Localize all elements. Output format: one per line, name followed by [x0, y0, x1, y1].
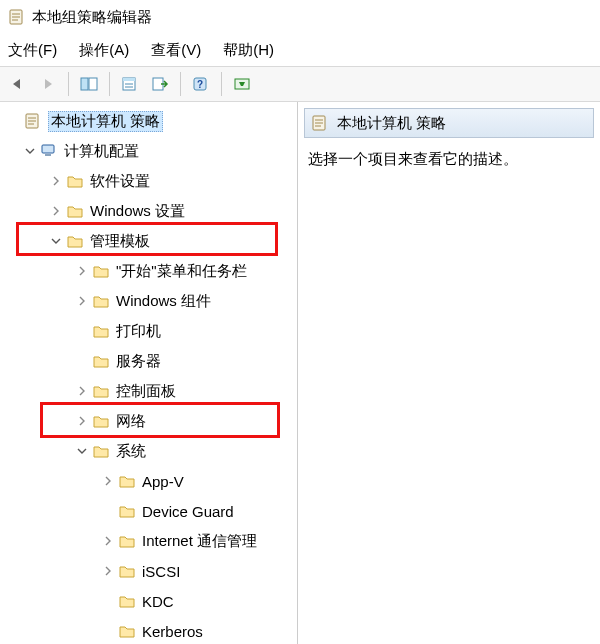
tree-start-taskbar[interactable]: "开始"菜单和任务栏: [4, 256, 295, 286]
expander-icon: [6, 113, 22, 129]
details-header-label: 本地计算机 策略: [337, 114, 446, 133]
tree-software-settings-label: 软件设置: [90, 172, 150, 191]
help-button[interactable]: ?: [187, 70, 215, 98]
expander-none: [74, 323, 90, 339]
tree-network-label: 网络: [116, 412, 146, 431]
expander-none: [100, 623, 116, 639]
chevron-right-icon[interactable]: [74, 413, 90, 429]
chevron-right-icon[interactable]: [100, 563, 116, 579]
computer-icon: [40, 142, 58, 160]
forward-button[interactable]: [34, 70, 62, 98]
export-list-button[interactable]: [146, 70, 174, 98]
tree-inet-comm-label: Internet 通信管理: [142, 532, 257, 551]
toolbar-sep-2: [109, 72, 110, 96]
filter-button[interactable]: [228, 70, 256, 98]
tree-windows-settings[interactable]: Windows 设置: [4, 196, 295, 226]
details-header: 本地计算机 策略: [304, 108, 594, 138]
tree-servers-label: 服务器: [116, 352, 161, 371]
tree-kdc[interactable]: KDC: [4, 586, 295, 616]
show-hide-tree-button[interactable]: [75, 70, 103, 98]
details-body: 选择一个项目来查看它的描述。: [298, 144, 600, 175]
folder-icon: [92, 382, 110, 400]
tree-admin-templates[interactable]: 管理模板: [4, 226, 295, 256]
tree-kerberos[interactable]: Kerberos: [4, 616, 295, 644]
back-button[interactable]: [4, 70, 32, 98]
tree-start-taskbar-label: "开始"菜单和任务栏: [116, 262, 247, 281]
tree-system[interactable]: 系统: [4, 436, 295, 466]
window-title: 本地组策略编辑器: [32, 8, 152, 27]
folder-icon: [92, 292, 110, 310]
policy-doc-icon: [311, 114, 329, 132]
chevron-right-icon[interactable]: [74, 263, 90, 279]
folder-icon: [92, 262, 110, 280]
tree-root[interactable]: 本地计算机 策略: [4, 106, 295, 136]
folder-icon: [66, 172, 84, 190]
toolbar-sep-1: [68, 72, 69, 96]
policy-doc-icon: [24, 112, 42, 130]
chevron-right-icon[interactable]: [48, 173, 64, 189]
tree-root-label: 本地计算机 策略: [48, 111, 163, 132]
expander-none: [100, 593, 116, 609]
expander-none: [74, 353, 90, 369]
menu-view[interactable]: 查看(V): [151, 41, 201, 60]
tree-iscsi[interactable]: iSCSI: [4, 556, 295, 586]
title-bar: 本地组策略编辑器: [0, 0, 600, 34]
chevron-right-icon[interactable]: [100, 473, 116, 489]
menu-bar: 文件(F) 操作(A) 查看(V) 帮助(H): [0, 34, 600, 66]
menu-file[interactable]: 文件(F): [8, 41, 57, 60]
svg-rect-19: [45, 154, 51, 156]
tree-software-settings[interactable]: 软件设置: [4, 166, 295, 196]
folder-icon: [118, 562, 136, 580]
tree-inet-comm[interactable]: Internet 通信管理: [4, 526, 295, 556]
menu-help[interactable]: 帮助(H): [223, 41, 274, 60]
tree-system-label: 系统: [116, 442, 146, 461]
tree[interactable]: 本地计算机 策略 计算机配置 软件设置: [0, 102, 297, 644]
tree-control-panel[interactable]: 控制面板: [4, 376, 295, 406]
details-pane: 本地计算机 策略 选择一个项目来查看它的描述。: [298, 102, 600, 644]
menu-action[interactable]: 操作(A): [79, 41, 129, 60]
chevron-down-icon[interactable]: [48, 233, 64, 249]
folder-icon: [118, 502, 136, 520]
folder-icon: [118, 622, 136, 640]
svg-text:?: ?: [197, 79, 203, 90]
tree-app-v[interactable]: App-V: [4, 466, 295, 496]
app-icon: [8, 8, 26, 26]
tree-kerberos-label: Kerberos: [142, 623, 203, 640]
folder-icon: [92, 352, 110, 370]
chevron-right-icon[interactable]: [48, 203, 64, 219]
tree-app-v-label: App-V: [142, 473, 184, 490]
tree-windows-components-label: Windows 组件: [116, 292, 211, 311]
tree-computer-config-label: 计算机配置: [64, 142, 139, 161]
tree-computer-config[interactable]: 计算机配置: [4, 136, 295, 166]
tree-windows-settings-label: Windows 设置: [90, 202, 185, 221]
tree-windows-components[interactable]: Windows 组件: [4, 286, 295, 316]
tree-device-guard-label: Device Guard: [142, 503, 234, 520]
folder-icon: [92, 442, 110, 460]
tree-printers-label: 打印机: [116, 322, 161, 341]
tree-network[interactable]: 网络: [4, 406, 295, 436]
tree-servers[interactable]: 服务器: [4, 346, 295, 376]
workspace: 本地计算机 策略 计算机配置 软件设置: [0, 102, 600, 644]
svg-rect-18: [42, 145, 54, 153]
chevron-down-icon[interactable]: [22, 143, 38, 159]
folder-icon: [118, 472, 136, 490]
chevron-right-icon[interactable]: [74, 383, 90, 399]
chevron-right-icon[interactable]: [74, 293, 90, 309]
tree-device-guard[interactable]: Device Guard: [4, 496, 295, 526]
folder-icon: [118, 592, 136, 610]
folder-icon: [118, 532, 136, 550]
tree-control-panel-label: 控制面板: [116, 382, 176, 401]
folder-icon: [92, 412, 110, 430]
tree-kdc-label: KDC: [142, 593, 174, 610]
chevron-right-icon[interactable]: [100, 533, 116, 549]
tree-printers[interactable]: 打印机: [4, 316, 295, 346]
expander-none: [100, 503, 116, 519]
chevron-down-icon[interactable]: [74, 443, 90, 459]
properties-button[interactable]: [116, 70, 144, 98]
folder-icon: [66, 232, 84, 250]
svg-rect-4: [81, 78, 88, 90]
svg-rect-7: [123, 78, 135, 81]
folder-icon: [66, 202, 84, 220]
toolbar-sep-4: [221, 72, 222, 96]
toolbar: ?: [0, 66, 600, 102]
